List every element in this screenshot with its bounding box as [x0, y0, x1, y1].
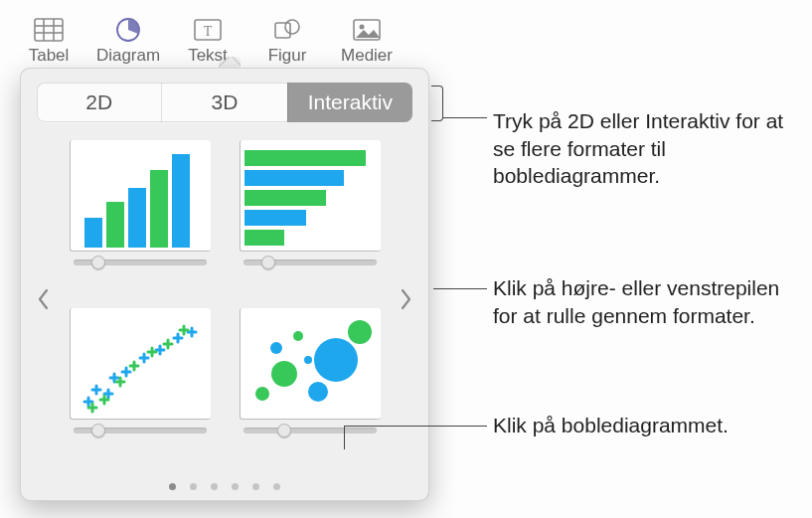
media-icon: [350, 15, 384, 45]
thumb-slider[interactable]: [74, 259, 207, 265]
svg-rect-15: [150, 170, 168, 248]
thumb-slider[interactable]: [244, 428, 377, 433]
svg-rect-13: [106, 202, 124, 248]
toolbar-label: Medier: [341, 47, 393, 64]
seg-3d[interactable]: 3D: [161, 83, 286, 122]
svg-point-11: [360, 25, 365, 30]
toolbar-label: Tabel: [29, 47, 70, 64]
svg-point-22: [255, 387, 269, 401]
page-dot[interactable]: [190, 483, 197, 490]
svg-rect-16: [172, 154, 190, 248]
chart-option-bar[interactable]: [237, 140, 383, 290]
prev-arrow[interactable]: [31, 277, 55, 321]
seg-interaktiv[interactable]: Interaktiv: [287, 83, 412, 122]
next-arrow[interactable]: [395, 277, 418, 321]
chart-type-segmented: 2D 3D Interaktiv: [37, 83, 412, 122]
thumb-slider[interactable]: [74, 428, 207, 433]
svg-point-25: [293, 331, 303, 341]
svg-rect-18: [244, 170, 344, 186]
svg-text:T: T: [204, 24, 213, 39]
chart-option-scatter[interactable]: [67, 308, 213, 458]
callout-text-2: Klik på højre- eller venstrepilen for at…: [493, 274, 801, 329]
text-icon: T: [191, 15, 225, 45]
seg-2d[interactable]: 2D: [37, 83, 161, 122]
seg-label: Interaktiv: [308, 90, 393, 114]
chevron-right-icon: [400, 288, 413, 310]
seg-label: 3D: [212, 90, 239, 114]
svg-point-24: [270, 342, 282, 354]
svg-rect-21: [244, 230, 284, 246]
svg-point-23: [271, 361, 297, 387]
table-icon: [32, 15, 66, 45]
svg-rect-19: [244, 190, 326, 206]
column-chart-thumb: [70, 140, 211, 252]
seg-label: 2D: [85, 90, 112, 114]
svg-rect-12: [84, 218, 102, 248]
chart-option-column[interactable]: [67, 140, 213, 290]
svg-point-27: [314, 338, 358, 382]
popover-body: 2D 3D Interaktiv: [20, 68, 429, 501]
svg-rect-8: [275, 23, 290, 38]
page-dot[interactable]: [169, 483, 176, 490]
svg-point-9: [285, 20, 299, 34]
page-dots: [21, 483, 428, 490]
toolbar-label: Diagram: [96, 47, 160, 64]
page-dot[interactable]: [252, 483, 259, 490]
toolbar-btn-tabel[interactable]: Tabel: [10, 15, 87, 68]
page-dot[interactable]: [232, 483, 239, 490]
svg-rect-14: [128, 188, 146, 248]
thumb-slider[interactable]: [244, 259, 377, 265]
svg-point-28: [348, 320, 372, 344]
shape-icon: [270, 15, 304, 45]
bubble-chart-thumb: [240, 308, 381, 420]
toolbar-btn-medier[interactable]: Medier: [328, 15, 406, 68]
page-dot[interactable]: [273, 483, 280, 490]
bar-chart-thumb: [240, 140, 381, 252]
toolbar: Tabel Diagram T Tekst Figur Medier: [10, 6, 406, 68]
svg-point-29: [304, 356, 312, 364]
chart-icon: [111, 15, 145, 45]
chevron-left-icon: [36, 288, 50, 310]
toolbar-btn-figur[interactable]: Figur: [248, 15, 326, 68]
page-dot[interactable]: [211, 483, 218, 490]
svg-point-26: [308, 382, 328, 402]
scatter-chart-thumb: [70, 308, 211, 420]
toolbar-btn-diagram[interactable]: Diagram: [89, 15, 167, 68]
svg-rect-17: [244, 150, 366, 166]
callout-text-3: Klik på boblediagrammet.: [493, 412, 801, 439]
chart-grid: [67, 140, 383, 458]
chart-popover: 2D 3D Interaktiv: [20, 68, 429, 501]
chart-thumb-area: [37, 136, 412, 462]
callout-text-1: Tryk på 2D eller Interaktiv for at se fl…: [493, 107, 801, 190]
svg-rect-20: [244, 210, 306, 226]
svg-rect-0: [35, 19, 63, 41]
chart-option-bubble[interactable]: [237, 308, 383, 458]
toolbar-label: Figur: [268, 47, 307, 64]
